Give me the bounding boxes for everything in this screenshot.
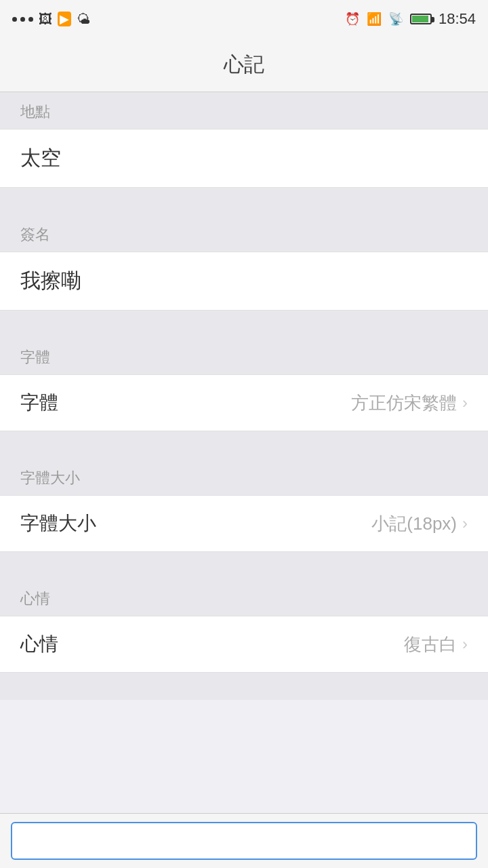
font-label: 字體 [20,390,58,416]
content-area: 地點 太空 簽名 我擦嘞 字體 字體 方正仿宋繁體 › 字體大小 字體大小 小記… [0,92,488,868]
font-header: 字體 [0,338,488,374]
time-display: 18:54 [439,10,476,28]
location-header: 地點 [0,92,488,129]
mood-label: 心情 [20,631,58,657]
gap-4 [0,552,488,579]
gap-3 [0,431,488,458]
location-value: 太空 [20,144,61,172]
font-row[interactable]: 字體 方正仿宋繁體 › [0,374,488,431]
mood-header: 心情 [0,579,488,616]
bottom-input-area [0,813,488,868]
font-value-container: 方正仿宋繁體 › [351,391,468,415]
gap-1 [0,188,488,215]
fontsize-row[interactable]: 字體大小 小記(18px) › [0,495,488,552]
fontsize-section: 字體大小 字體大小 小記(18px) › [0,458,488,552]
app-title: 心記 [224,51,264,79]
fontsize-value-container: 小記(18px) › [371,512,468,536]
gap-2 [0,311,488,338]
signature-row[interactable]: 我擦嘞 [0,252,488,311]
status-dots [12,17,33,22]
mood-row[interactable]: 心情 復古白 › [0,616,488,673]
fontsize-label: 字體大小 [20,511,96,536]
title-bar: 心記 [0,38,488,92]
fontsize-header: 字體大小 [0,458,488,495]
game-icon: ▶ [58,12,71,26]
mood-chevron-icon: › [462,635,468,654]
fontsize-value: 小記(18px) [371,512,457,536]
status-right: ⏰ 📶 📡 18:54 [345,10,476,28]
gap-5 [0,673,488,700]
signal-icon: 📡 [388,12,403,26]
signature-value: 我擦嘞 [20,267,81,295]
alarm-icon: ⏰ [345,12,360,26]
bottom-input-field[interactable] [11,822,477,860]
battery-icon [410,14,432,24]
status-left: 🖼 ▶ 🌤 [12,12,90,27]
mood-section: 心情 心情 復古白 › [0,579,488,673]
fontsize-chevron-icon: › [462,514,468,533]
status-bar: 🖼 ▶ 🌤 ⏰ 📶 📡 18:54 [0,0,488,38]
font-value: 方正仿宋繁體 [351,391,457,415]
location-row[interactable]: 太空 [0,129,488,188]
font-chevron-icon: › [462,393,468,412]
weather-icon: 🌤 [77,12,90,27]
mood-value-container: 復古白 › [404,633,468,656]
location-section: 地點 太空 [0,92,488,188]
mood-value: 復古白 [404,633,457,656]
wifi-icon: 📶 [367,12,382,26]
gallery-icon: 🖼 [39,12,52,27]
font-section: 字體 字體 方正仿宋繁體 › [0,338,488,431]
signature-section: 簽名 我擦嘞 [0,215,488,311]
signature-header: 簽名 [0,215,488,252]
